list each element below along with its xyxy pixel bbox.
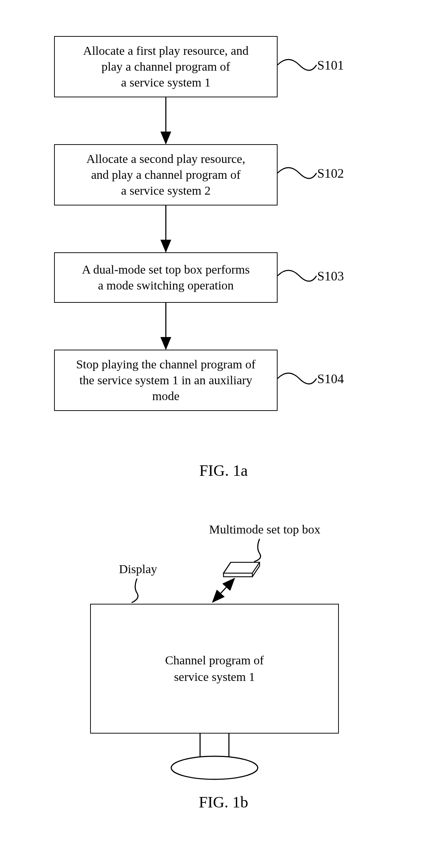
fig1a-caption: FIG. 1a	[0, 461, 447, 480]
flow-step-1-id: S101	[317, 58, 344, 73]
flow-step-4-text: Stop playing the channel program ofthe s…	[76, 356, 256, 404]
squiggle-s103	[278, 270, 317, 281]
flow-step-1: Allocate a first play resource, andplay …	[54, 36, 278, 97]
flow-step-3-text: A dual-mode set top box performsa mode s…	[82, 262, 250, 293]
flow-step-1-text: Allocate a first play resource, andplay …	[83, 43, 249, 91]
stb-icon	[224, 562, 260, 577]
squiggle-s102	[278, 168, 317, 178]
display-screen-text: Channel program ofservice system 1	[165, 652, 264, 685]
flow-step-2-id: S102	[317, 166, 344, 181]
squiggle-stb	[254, 539, 261, 562]
stb-display-arrow	[213, 579, 234, 602]
stand-base	[171, 756, 258, 779]
squiggle-s101	[278, 59, 317, 70]
flow-step-2-text: Allocate a second play resource,and play…	[87, 151, 245, 199]
flow-step-4: Stop playing the channel program ofthe s…	[54, 350, 278, 411]
display-screen: Channel program ofservice system 1	[90, 604, 339, 734]
flow-step-3-id: S103	[317, 269, 344, 284]
stb-label: Multimode set top box	[209, 523, 320, 536]
squiggle-display	[132, 579, 138, 603]
svg-overlay	[0, 0, 447, 868]
fig1b-caption: FIG. 1b	[0, 793, 447, 811]
flow-step-3: A dual-mode set top box performsa mode s…	[54, 252, 278, 303]
display-label: Display	[119, 562, 157, 576]
squiggle-s104	[278, 373, 317, 384]
flow-step-4-id: S104	[317, 371, 344, 386]
flow-step-2: Allocate a second play resource,and play…	[54, 144, 278, 205]
diagram-canvas: Allocate a first play resource, andplay …	[0, 0, 447, 868]
